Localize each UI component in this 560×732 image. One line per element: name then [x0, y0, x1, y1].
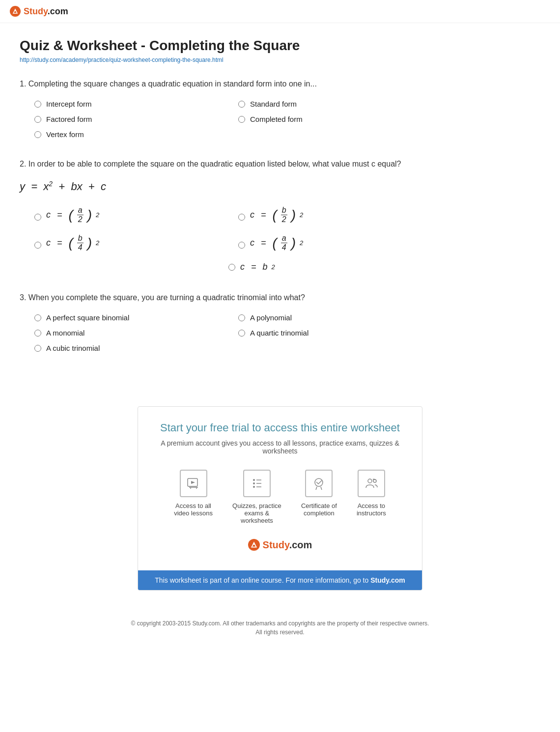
- q1-label-d: Completed form: [250, 115, 303, 123]
- feature-quizzes-label: Quizzes, practiceexams & worksheets: [232, 502, 281, 524]
- q1-option-b: Standard form: [238, 100, 422, 108]
- q2-option-b: c = ( b2 ) 2: [238, 203, 422, 224]
- q3-radio-d[interactable]: [238, 330, 245, 337]
- svg-point-19: [253, 544, 254, 545]
- page-title: Quiz & Worksheet - Completing the Square: [20, 38, 422, 54]
- promo-subtitle: A premium account gives you access to al…: [153, 439, 407, 455]
- feature-video-label: Access to allvideo lessons: [174, 502, 213, 517]
- q1-option-d: Completed form: [238, 115, 422, 123]
- instructors-icon: [358, 470, 385, 497]
- svg-line-14: [316, 487, 317, 490]
- promo-logo-text: Study.com: [263, 539, 312, 551]
- svg-point-1: [15, 10, 16, 11]
- q2-formula-c: c = ( b4 ) 2: [46, 234, 99, 252]
- promo-box: Start your free trial to access this ent…: [138, 406, 422, 591]
- q2-radio-c[interactable]: [34, 242, 41, 249]
- feature-certificate-label: Certificate ofcompletion: [301, 502, 337, 517]
- q3-label-d: A quartic trinomial: [250, 329, 308, 337]
- q3-radio-e[interactable]: [34, 345, 41, 352]
- q1-radio-c[interactable]: [34, 116, 41, 123]
- svg-point-12: [253, 486, 255, 488]
- footer-line1: © copyright 2003-2015 Study.com. All oth…: [10, 620, 550, 627]
- certificate-icon: [305, 470, 333, 497]
- q3-radio-a[interactable]: [34, 314, 41, 321]
- video-icon: [180, 470, 207, 497]
- quizzes-icon: [243, 470, 271, 497]
- q3-option-c: A monomial: [34, 329, 219, 337]
- svg-point-8: [253, 479, 255, 481]
- q3-option-a: A perfect square binomial: [34, 313, 219, 322]
- site-logo[interactable]: Study.com: [10, 6, 68, 17]
- q3-option-b: A polynomial: [238, 313, 422, 322]
- site-header: Study.com: [0, 0, 560, 23]
- q1-radio-e[interactable]: [34, 131, 41, 138]
- q3-number: 3.: [20, 293, 28, 302]
- svg-point-16: [368, 479, 372, 483]
- q2-option-a: c = ( a2 ) 2: [34, 203, 219, 224]
- feature-instructors-label: Access toinstructors: [357, 502, 386, 517]
- q2-radio-a[interactable]: [34, 214, 41, 221]
- logo-text: Study.com: [24, 6, 68, 17]
- q3-option-e: A cubic trinomial: [34, 344, 219, 352]
- footer-line2: All rights reserved.: [10, 629, 550, 636]
- svg-line-15: [321, 487, 322, 490]
- feature-instructors: Access toinstructors: [357, 470, 386, 524]
- q1-option-a: Intercept form: [34, 100, 219, 108]
- q2-formula-b: c = ( b2 ) 2: [250, 206, 303, 224]
- main-content: Quiz & Worksheet - Completing the Square…: [0, 23, 442, 387]
- promo-banner: This worksheet is part of an online cour…: [138, 570, 422, 590]
- q3-label-a: A perfect square binomial: [46, 313, 129, 322]
- q1-radio-d[interactable]: [238, 116, 245, 123]
- q2-formula-a: c = ( a2 ) 2: [46, 206, 99, 224]
- q2-radio-e[interactable]: [228, 264, 235, 271]
- q3-label-e: A cubic trinomial: [46, 344, 100, 352]
- q1-label-b: Standard form: [250, 100, 297, 108]
- q1-option-c: Factored form: [34, 115, 219, 123]
- q1-radio-a[interactable]: [34, 101, 41, 108]
- q3-options: A perfect square binomial A polynomial A…: [34, 313, 422, 352]
- promo-banner-link[interactable]: Study.com: [370, 576, 405, 584]
- q2-equation: y = x2 + bx + c: [20, 180, 422, 193]
- q1-option-e: Vertex form: [34, 130, 219, 139]
- q2-option-e: c = b2: [228, 262, 422, 272]
- promo-logo-circle: [248, 539, 260, 551]
- q3-option-d: A quartic trinomial: [238, 329, 422, 337]
- q1-label-c: Factored form: [46, 115, 92, 123]
- q2-radio-d[interactable]: [238, 242, 245, 249]
- question-1-text: 1. Completing the square changes a quadr…: [20, 78, 422, 90]
- feature-quizzes: Quizzes, practiceexams & worksheets: [232, 470, 281, 524]
- q2-option-c: c = ( b4 ) 2: [34, 231, 219, 252]
- q2-option-d: c = ( a4 ) 2: [238, 231, 422, 252]
- q1-label-e: Vertex form: [46, 130, 84, 139]
- question-2-text: 2. In order to be able to complete the s…: [20, 158, 422, 170]
- promo-title: Start your free trial to access this ent…: [153, 422, 407, 434]
- promo-banner-text: This worksheet is part of an online cour…: [155, 576, 405, 584]
- q3-label-c: A monomial: [46, 329, 84, 337]
- page-url[interactable]: http://study.com/academy/practice/quiz-w…: [20, 56, 422, 63]
- q2-radio-b[interactable]: [238, 214, 245, 221]
- q3-label-b: A polynomial: [250, 313, 292, 322]
- q2-formula-d: c = ( a4 ) 2: [250, 234, 303, 252]
- promo-inner: Start your free trial to access this ent…: [138, 407, 422, 570]
- q1-radio-b[interactable]: [238, 101, 245, 108]
- svg-point-17: [373, 479, 376, 482]
- q2-options: c = ( a2 ) 2 c = ( b2 ) 2: [34, 203, 422, 252]
- q1-number: 1.: [20, 80, 28, 88]
- q1-options: Intercept form Standard form Factored fo…: [34, 100, 422, 139]
- question-2: 2. In order to be able to complete the s…: [20, 158, 422, 272]
- q1-label-a: Intercept form: [46, 100, 92, 108]
- question-3-text: 3. When you complete the square, you are…: [20, 292, 422, 304]
- logo-icon: [10, 6, 21, 17]
- q2-formula-e: c = b2: [240, 262, 275, 272]
- q3-radio-c[interactable]: [34, 330, 41, 337]
- q2-number: 2. In order to be able to complete the s…: [20, 160, 401, 168]
- q3-radio-b[interactable]: [238, 314, 245, 321]
- site-footer: © copyright 2003-2015 Study.com. All oth…: [0, 610, 560, 648]
- promo-features: Access to allvideo lessons Quizzes, prac…: [153, 470, 407, 524]
- svg-point-10: [253, 482, 255, 484]
- question-3: 3. When you complete the square, you are…: [20, 292, 422, 352]
- question-1: 1. Completing the square changes a quadr…: [20, 78, 422, 139]
- promo-logo: Study.com: [153, 534, 407, 556]
- feature-video: Access to allvideo lessons: [174, 470, 213, 524]
- svg-point-13: [315, 479, 323, 486]
